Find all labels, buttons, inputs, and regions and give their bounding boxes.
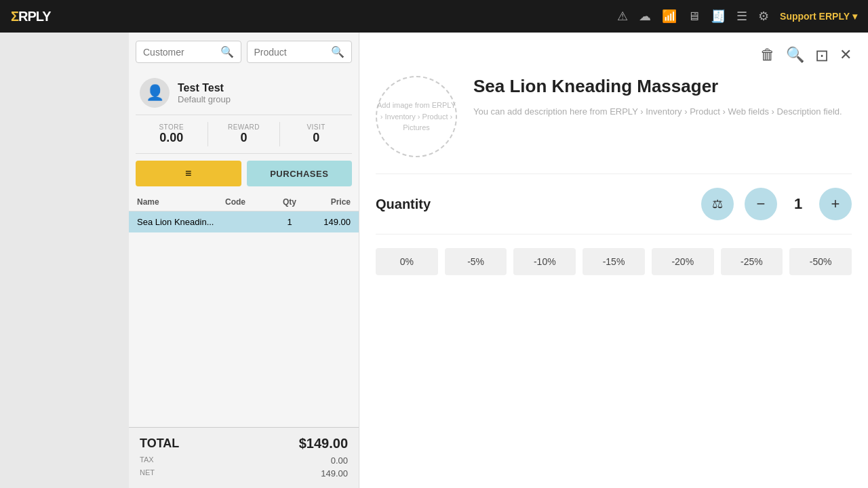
scale-button[interactable]: ⚖ [701, 188, 734, 220]
quantity-section: Quantity ⚖ − 1 + [376, 174, 852, 220]
discount-0-button[interactable]: 0% [376, 248, 438, 275]
net-value: 149.00 [321, 468, 348, 479]
purchases-button[interactable]: PURCHASES [247, 161, 353, 186]
product-image-placeholder: Add image from ERPLY › Inventory › Produ… [376, 76, 457, 157]
product-info: Sea Lion Kneading Massager You can add d… [473, 76, 852, 157]
quantity-label: Quantity [376, 197, 690, 212]
reward-label: REWARD [208, 123, 280, 131]
product-toolbar: 🗑 🔍 ⊡ ✕ [376, 46, 852, 65]
nav-icons: ⚠ ☁ 📶 🖥 🧾 ☰ ⚙ Support ERPLY ▾ [617, 9, 857, 24]
total-label: TOTAL [140, 436, 179, 451]
close-button[interactable]: ✕ [840, 46, 852, 65]
resize-button[interactable]: ⊡ [815, 46, 829, 65]
quantity-value: 1 [788, 195, 808, 213]
items-table: Name Code Qty Price Sea Lion Kneadin... … [129, 193, 359, 427]
customer-name: Test Test [178, 82, 231, 94]
menu-icon[interactable]: ☰ [736, 9, 747, 24]
action-buttons: ≡ PURCHASES [129, 154, 359, 193]
visit-value: 0 [280, 131, 352, 145]
customer-group: Default group [178, 94, 231, 104]
discount-section: 0% -5% -10% -15% -20% -25% -50% [376, 234, 852, 275]
tax-value: 0.00 [331, 455, 348, 466]
col-name-header: Name [137, 197, 225, 207]
left-sidebar [0, 33, 129, 488]
cloud-icon[interactable]: ☁ [639, 9, 651, 24]
search-button[interactable]: 🔍 [786, 46, 804, 65]
stats-row: STORE 0.00 REWARD 0 VISIT 0 [136, 115, 352, 154]
store-label: STORE [136, 123, 208, 131]
customer-search-field[interactable]: 🔍 [136, 41, 241, 63]
table-header: Name Code Qty Price [129, 193, 359, 211]
discount-10-button[interactable]: -10% [513, 248, 576, 275]
col-qty-header: Qty [273, 197, 307, 207]
net-row: NET 149.00 [140, 467, 348, 480]
search-bar: 🔍 🔍 [129, 33, 359, 71]
alert-icon[interactable]: ⚠ [617, 9, 628, 24]
discount-50-button[interactable]: -50% [789, 248, 852, 275]
invoice-icon: ≡ [185, 167, 191, 180]
discount-15-button[interactable]: -15% [583, 248, 645, 275]
product-search-field[interactable]: 🔍 [247, 41, 353, 63]
discount-5-button[interactable]: -5% [445, 248, 507, 275]
product-image-text: Add image from ERPLY › Inventory › Produ… [377, 100, 456, 134]
delete-button[interactable]: 🗑 [760, 46, 775, 65]
tax-label: TAX [140, 455, 154, 466]
tax-row: TAX 0.00 [140, 454, 348, 467]
support-link[interactable]: Support ERPLY ▾ [780, 11, 857, 22]
signal-icon[interactable]: 📶 [662, 9, 677, 24]
table-row[interactable]: Sea Lion Kneadin... 1 149.00 [129, 211, 359, 232]
total-main: TOTAL $149.00 [140, 436, 348, 451]
product-description: You can add description here from ERPLY … [473, 105, 852, 119]
total-value: $149.00 [299, 436, 348, 451]
discount-25-button[interactable]: -25% [721, 248, 783, 275]
reward-value: 0 [208, 131, 280, 145]
main-content: 🔍 🔍 👤 Test Test Default group STORE 0.00 [0, 33, 868, 488]
store-value: 0.00 [136, 131, 208, 145]
totals-section: TOTAL $149.00 TAX 0.00 NET 149.00 [129, 427, 359, 488]
settings-icon[interactable]: ⚙ [758, 9, 769, 24]
net-label: NET [140, 468, 155, 479]
col-code-header: Code [225, 197, 273, 207]
store-stat: STORE 0.00 [136, 121, 208, 148]
visit-label: VISIT [280, 123, 352, 131]
row-name: Sea Lion Kneadin... [137, 217, 225, 227]
product-panel: 🗑 🔍 ⊡ ✕ Add image from ERPLY › Inventory… [359, 33, 868, 488]
avatar-icon: 👤 [146, 84, 164, 102]
product-search-input[interactable] [254, 47, 328, 58]
customer-search-icon: 🔍 [220, 45, 234, 58]
avatar: 👤 [140, 78, 170, 108]
monitor-icon[interactable]: 🖥 [688, 9, 700, 24]
receipt-icon[interactable]: 🧾 [711, 9, 726, 24]
discount-20-button[interactable]: -20% [652, 248, 714, 275]
customer-search-input[interactable] [143, 47, 216, 58]
product-name: Sea Lion Kneading Massager [473, 76, 852, 97]
row-price: 149.00 [307, 217, 351, 227]
customer-details: Test Test Default group [178, 82, 231, 104]
reward-stat: REWARD 0 [208, 121, 280, 148]
chevron-down-icon: ▾ [852, 11, 857, 22]
visit-stat: VISIT 0 [280, 121, 352, 148]
product-search-icon: 🔍 [331, 45, 344, 58]
row-qty: 1 [273, 217, 307, 227]
invoice-button[interactable]: ≡ [136, 161, 241, 186]
product-header: Add image from ERPLY › Inventory › Produ… [376, 76, 852, 157]
increase-quantity-button[interactable]: + [819, 188, 852, 220]
pos-panel: 🔍 🔍 👤 Test Test Default group STORE 0.00 [129, 33, 359, 488]
customer-info: 👤 Test Test Default group [129, 71, 359, 115]
app-logo: ΣRPLY [11, 9, 51, 24]
top-navigation: ΣRPLY ⚠ ☁ 📶 🖥 🧾 ☰ ⚙ Support ERPLY ▾ [0, 0, 868, 33]
decrease-quantity-button[interactable]: − [745, 188, 777, 220]
col-price-header: Price [307, 197, 351, 207]
